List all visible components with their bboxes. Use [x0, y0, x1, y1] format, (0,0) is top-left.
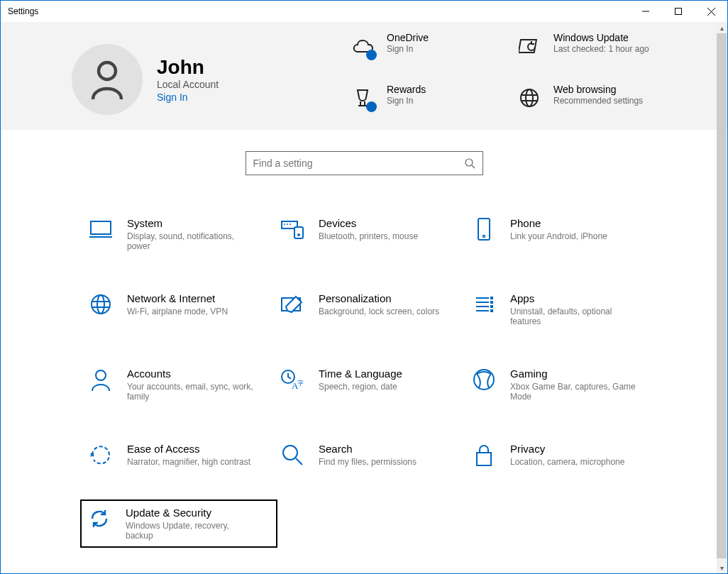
- minimize-button[interactable]: [629, 1, 662, 22]
- category-title: Ease of Access: [127, 443, 250, 455]
- svg-rect-31: [490, 297, 493, 299]
- personalization-icon: [280, 292, 304, 316]
- tile-onedrive[interactable]: OneDrive Sign In: [348, 29, 508, 78]
- category-desc: Bluetooth, printers, mouse: [319, 231, 418, 241]
- category-update-security[interactable]: Update & Security Windows Update, recove…: [80, 500, 277, 548]
- accounts-icon: [89, 368, 113, 392]
- svg-line-41: [296, 458, 302, 465]
- tile-windows-update[interactable]: Windows Update Last checked: 1 hour ago: [515, 29, 675, 78]
- globe-icon: [89, 292, 113, 316]
- update-security-icon: [87, 507, 111, 531]
- category-title: Phone: [510, 217, 607, 229]
- category-ease-of-access[interactable]: Ease of Access Narrator, magnifier, high…: [86, 440, 277, 470]
- scroll-up-arrow-icon[interactable]: ▴: [717, 22, 727, 33]
- category-title: Update & Security: [126, 507, 253, 519]
- tile-web-browsing[interactable]: Web browsing Recommended settings: [515, 81, 675, 130]
- svg-point-21: [482, 235, 485, 237]
- category-system[interactable]: System Display, sound, notifications, po…: [86, 214, 277, 254]
- tile-subtitle: Last checked: 1 hour ago: [553, 44, 649, 54]
- svg-rect-32: [490, 301, 493, 304]
- apps-icon: [472, 292, 496, 316]
- category-devices[interactable]: Devices Bluetooth, printers, mouse: [277, 214, 469, 254]
- close-button[interactable]: [695, 1, 727, 22]
- globe-icon: [515, 84, 544, 112]
- svg-rect-42: [477, 453, 491, 465]
- svg-point-23: [97, 295, 104, 314]
- system-icon: [89, 217, 113, 241]
- tile-title: Web browsing: [553, 84, 643, 95]
- svg-point-35: [96, 370, 106, 380]
- maximize-button[interactable]: [662, 1, 695, 22]
- svg-point-19: [289, 223, 291, 225]
- category-desc: Link your Android, iPhone: [510, 231, 607, 241]
- category-title: Search: [319, 443, 417, 455]
- search-icon: [464, 158, 475, 169]
- category-desc: Background, lock screen, colors: [319, 307, 439, 316]
- avatar[interactable]: [72, 44, 143, 115]
- user-subtitle: Local Account: [157, 79, 219, 90]
- category-title: Accounts: [127, 368, 255, 380]
- category-apps[interactable]: Apps Uninstall, defaults, optional featu…: [469, 289, 661, 329]
- svg-point-40: [283, 446, 297, 460]
- category-title: Privacy: [510, 443, 624, 455]
- time-language-icon: A字: [280, 368, 304, 392]
- gaming-icon: [472, 368, 496, 392]
- tile-rewards[interactable]: Rewards Sign In: [348, 81, 508, 130]
- svg-rect-12: [91, 221, 111, 234]
- search-input[interactable]: [253, 158, 464, 169]
- titlebar: Settings: [1, 1, 727, 22]
- ease-of-access-icon: [89, 443, 113, 467]
- user-icon: [90, 60, 124, 99]
- category-desc: Uninstall, defaults, optional features: [510, 307, 638, 326]
- category-phone[interactable]: Phone Link your Android, iPhone: [469, 214, 661, 254]
- svg-rect-15: [294, 227, 303, 238]
- cloud-icon: [348, 32, 377, 60]
- status-dot-icon: [366, 101, 377, 112]
- update-icon: [515, 32, 544, 60]
- categories-grid: System Display, sound, notifications, po…: [86, 214, 703, 548]
- category-time-language[interactable]: A字 Time & Language Speech, region, date: [277, 365, 469, 404]
- devices-icon: [280, 217, 304, 241]
- tile-title: OneDrive: [387, 32, 429, 43]
- category-privacy[interactable]: Privacy Location, camera, microphone: [469, 440, 661, 470]
- category-title: Apps: [510, 292, 638, 304]
- scrollbar-thumb[interactable]: [717, 33, 727, 558]
- category-desc: Your accounts, email, sync, work, family: [127, 382, 255, 402]
- tile-subtitle: Sign In: [387, 44, 429, 54]
- svg-point-18: [287, 223, 288, 225]
- category-desc: Xbox Game Bar, captures, Game Mode: [510, 382, 638, 402]
- category-network[interactable]: Network & Internet Wi-Fi, airplane mode,…: [86, 289, 277, 329]
- window-title: Settings: [8, 6, 38, 16]
- tile-subtitle: Recommended settings: [553, 96, 643, 106]
- tile-title: Rewards: [387, 84, 426, 95]
- category-search[interactable]: Search Find my files, permissions: [277, 440, 469, 470]
- category-gaming[interactable]: Gaming Xbox Game Bar, captures, Game Mod…: [469, 365, 661, 404]
- svg-rect-20: [478, 219, 490, 240]
- svg-point-7: [526, 89, 533, 106]
- svg-text:字: 字: [297, 380, 304, 387]
- scrollbar-track[interactable]: [717, 33, 727, 562]
- category-personalization[interactable]: Personalization Background, lock screen,…: [277, 289, 469, 329]
- category-title: System: [127, 217, 255, 229]
- lock-icon: [472, 443, 496, 467]
- tile-title: Windows Update: [553, 32, 649, 43]
- category-title: Time & Language: [319, 368, 402, 380]
- category-desc: Wi-Fi, airplane mode, VPN: [127, 307, 228, 316]
- svg-rect-33: [490, 305, 493, 308]
- svg-line-11: [472, 165, 475, 168]
- status-dot-icon: [366, 50, 377, 60]
- phone-icon: [472, 217, 496, 241]
- user-block: John Local Account Sign In: [72, 29, 348, 130]
- svg-line-3: [707, 8, 715, 16]
- category-title: Network & Internet: [127, 292, 228, 304]
- category-accounts[interactable]: Accounts Your accounts, email, sync, wor…: [86, 365, 277, 404]
- search-box[interactable]: [246, 151, 483, 175]
- user-signin-link[interactable]: Sign In: [157, 92, 219, 103]
- tile-subtitle: Sign In: [387, 96, 426, 106]
- category-desc: Find my files, permissions: [319, 457, 417, 467]
- svg-point-4: [99, 62, 116, 79]
- user-text: John Local Account Sign In: [157, 56, 219, 103]
- content: John Local Account Sign In OneDrive Sign…: [1, 22, 727, 573]
- vertical-scrollbar[interactable]: ▴ ▾: [717, 22, 727, 573]
- scroll-down-arrow-icon[interactable]: ▾: [717, 562, 727, 573]
